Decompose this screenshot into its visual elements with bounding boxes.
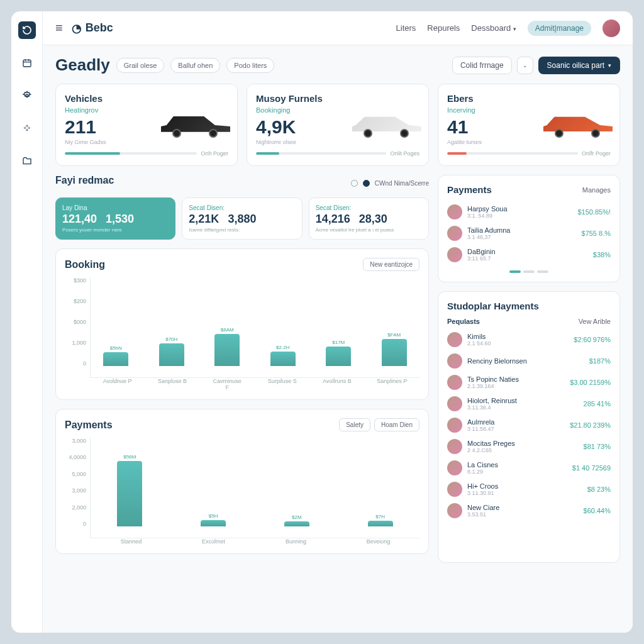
chevron-down-icon: ▾ bbox=[608, 62, 611, 69]
list-item[interactable]: Hiolort, Reinrust3.11.36.4285 41% bbox=[447, 393, 611, 414]
avatar bbox=[447, 332, 462, 347]
bar: $56M bbox=[114, 454, 145, 526]
avatar bbox=[447, 204, 462, 219]
chip-podo[interactable]: Podo liters bbox=[226, 58, 274, 73]
studoplar-panel: Studoplar Hayments Pequlasts Vew Arible … bbox=[438, 291, 620, 563]
y-axis: 3,0004,00005,0003,0002,0000 bbox=[65, 438, 90, 538]
column-header: Pequlasts bbox=[447, 318, 480, 325]
bar: $2M bbox=[281, 514, 313, 526]
list-item[interactable]: DaBginin3:11 65.7$38% bbox=[447, 244, 611, 265]
progress-label: Onh Poger bbox=[201, 150, 228, 157]
bar: $2.2H bbox=[267, 345, 299, 366]
pager-dot[interactable] bbox=[537, 270, 548, 273]
nav-folder-icon[interactable] bbox=[18, 152, 36, 170]
chip-balluf[interactable]: Balluf ohen bbox=[170, 58, 220, 73]
nav-gear-icon[interactable] bbox=[18, 87, 36, 104]
nav-repurs[interactable]: Repurels bbox=[427, 23, 460, 33]
hamburger-icon[interactable]: ≡ bbox=[55, 21, 63, 35]
list-item[interactable]: New Ciare3.53.51$60.44% bbox=[447, 500, 611, 521]
nav-liters[interactable]: Liters bbox=[396, 23, 416, 33]
booking-bars: $5hN$70H$8AM$2.2H$17M$FAM bbox=[90, 277, 419, 378]
list-item[interactable]: Aulmrela3 11.58.47$21.80 239% bbox=[447, 414, 611, 436]
nav-calendar-icon[interactable] bbox=[18, 54, 36, 72]
avatar bbox=[447, 375, 462, 390]
avatar bbox=[447, 460, 462, 475]
panel-title: Studoplar Hayments bbox=[447, 301, 611, 311]
chart-title: Payments bbox=[65, 419, 113, 431]
user-avatar[interactable] bbox=[602, 19, 620, 37]
list-item[interactable]: Mocitas Preges2 4.2.C65$81 73% bbox=[447, 436, 611, 457]
chip-grail[interactable]: Grail olese bbox=[116, 58, 165, 73]
nav-reload-icon[interactable] bbox=[18, 21, 36, 39]
x-axis: Avoldnue PSanpluse BCavminuse FSurpiluse… bbox=[90, 378, 419, 391]
brand[interactable]: ◔Bebc bbox=[72, 21, 113, 35]
list-item[interactable]: Kimils2.1 54.60$2:60 976% bbox=[447, 329, 611, 350]
page-header: Geadly Grail olese Balluf ohen Podo lite… bbox=[55, 55, 620, 75]
brand-icon: ◔ bbox=[72, 21, 82, 35]
bar: $7H bbox=[365, 514, 396, 526]
kpi-title: Vehicles bbox=[65, 93, 228, 104]
list-item[interactable]: Harpsy Soua3:1. 54.89$150.85%! bbox=[447, 201, 611, 223]
panel-title: Payments bbox=[447, 184, 492, 195]
fayi-title: Fayi redmac bbox=[55, 175, 114, 186]
radio-option[interactable] bbox=[351, 180, 358, 187]
nav-dashboard[interactable]: Dessboard ▾ bbox=[471, 23, 516, 33]
avatar bbox=[447, 396, 462, 411]
car-suv-icon bbox=[158, 107, 233, 141]
radio-option-selected[interactable] bbox=[363, 180, 370, 187]
list-item[interactable]: Ts Popinc Naties2.1.39.164$3.00 2159% bbox=[447, 372, 611, 393]
svg-rect-0 bbox=[23, 60, 31, 67]
list-item[interactable]: Tailia Adumna3 1 46,37$755 8.% bbox=[447, 223, 611, 244]
topnav: Liters Repurels Dessboard ▾ Admit|manage bbox=[396, 19, 620, 37]
topbar: ≡ ◔Bebc Liters Repurels Dessboard ▾ Admi… bbox=[43, 11, 633, 45]
stat-card-highlighted[interactable]: Lay Dina 121,401,530 Posers youer mımder… bbox=[55, 197, 175, 240]
admin-manage-pill[interactable]: Admit|manage bbox=[528, 21, 591, 36]
nav-widget-icon[interactable] bbox=[18, 119, 36, 137]
y-axis: $300$200$0001,0000 bbox=[65, 277, 90, 378]
car-coupe-icon bbox=[349, 107, 425, 141]
pager-dot[interactable] bbox=[509, 270, 521, 273]
avatar bbox=[447, 503, 462, 518]
kpi-ebers: Ebers Incerving 41 Agatite turses Onlfr … bbox=[438, 84, 620, 166]
chart-filter-button[interactable]: Salety bbox=[339, 418, 370, 431]
payments-bars: $56M$5H$2M$7H bbox=[90, 438, 419, 538]
kpi-title: Musoy Furnels bbox=[256, 93, 419, 104]
kpi-funnels: Musoy Furnels Bookinging 4,9K Nightrorre… bbox=[247, 84, 429, 166]
stat-cards: Lay Dina 121,401,530 Posers youer mımder… bbox=[55, 197, 429, 240]
bar: $70H bbox=[156, 336, 187, 366]
chevron-down-icon: ▾ bbox=[513, 26, 516, 32]
chart-title: Booking bbox=[65, 259, 105, 270]
chart-action-button[interactable]: New eantizojce bbox=[363, 258, 419, 271]
bar: $5H bbox=[197, 513, 229, 526]
list-item[interactable]: Hi+ Croos3 11.30.91$8 23% bbox=[447, 479, 611, 500]
fayi-header: Fayi redmac CWnd Nima/Scerre bbox=[55, 175, 429, 191]
progress-label: Onlfr Poger bbox=[582, 150, 611, 157]
column-header[interactable]: Vew Arible bbox=[579, 318, 611, 325]
brand-text: Bebc bbox=[86, 21, 113, 35]
stat-card[interactable]: Secat Disen: 14,21628,30 Acme vesattol t… bbox=[309, 197, 429, 240]
chart-filter-button[interactable]: Hoam Dien bbox=[374, 418, 419, 431]
avatar bbox=[447, 247, 462, 262]
payments-chart-card: Payments Salety Hoam Dien 3,0004,00005,0… bbox=[55, 409, 429, 554]
range-dropdown[interactable]: Colid frrnage bbox=[452, 57, 512, 74]
avatar bbox=[447, 482, 462, 497]
range-dropdown-caret[interactable]: ⌄ bbox=[517, 57, 533, 74]
list-item[interactable]: Renciny Bielornsen$187% bbox=[447, 350, 611, 372]
kpi-title: Ebers bbox=[447, 93, 611, 104]
radio-label: CWnd Nima/Scerre bbox=[375, 180, 429, 187]
pager-dot[interactable] bbox=[523, 270, 535, 273]
kpi-row: Vehicles Heatingrov 211 Niy Gime Gadss O… bbox=[55, 84, 620, 166]
booking-chart-card: Booking New eantizojce $300$200$0001,000… bbox=[55, 248, 429, 400]
sidebar bbox=[11, 11, 43, 633]
stat-card[interactable]: Secat Disen: 2,21K3,880 Icame diffarigmd… bbox=[182, 197, 302, 240]
manage-link[interactable]: Manages bbox=[582, 186, 611, 194]
chevron-down-icon: ⌄ bbox=[523, 62, 528, 69]
bar: $5hN bbox=[100, 345, 131, 366]
primary-action-button[interactable]: Soanic oilica part ▾ bbox=[538, 57, 620, 74]
list-item[interactable]: La Cisnes8.1.29$1 40 72569 bbox=[447, 457, 611, 479]
pager bbox=[447, 270, 611, 273]
bar: $17M bbox=[323, 340, 354, 366]
avatar bbox=[447, 418, 462, 433]
car-sedan-icon bbox=[540, 107, 616, 141]
progress-label: Onlit Poges bbox=[390, 150, 419, 157]
